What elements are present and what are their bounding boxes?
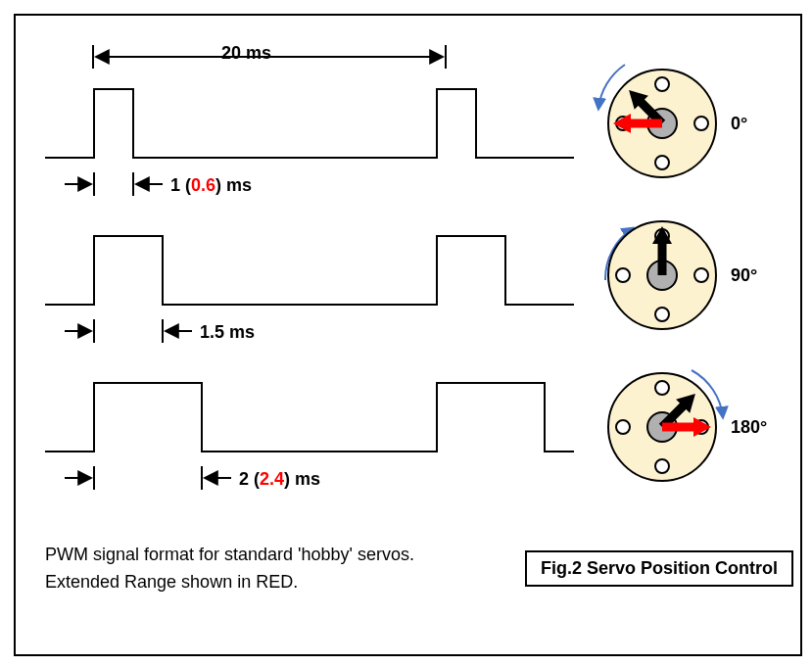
caption-line-2: Extended Range shown in RED. [45,572,298,593]
svg-point-35 [655,381,669,395]
waveform-1p5ms [45,226,574,314]
pulse-1p5ms-label: 1.5 ms [200,322,255,343]
svg-point-37 [616,420,630,434]
pulse-1p5ms-markers [45,319,300,349]
waveform-1ms [45,79,574,167]
svg-point-30 [694,268,708,282]
period-label: 20 ms [221,43,271,64]
servo-dial-0 [594,55,750,192]
svg-point-28 [655,308,669,321]
figure-title-box: Fig.2 Servo Position Control [525,550,793,587]
servo-dial-90 [594,207,750,344]
caption-line-1: PWM signal format for standard 'hobby' s… [45,545,414,565]
pulse-1ms-label: 1 (0.6) ms [170,175,252,196]
figure-title: Fig.2 Servo Position Control [541,558,778,578]
svg-point-36 [655,459,669,473]
angle-label-90: 90° [731,265,757,286]
waveform-2ms [45,373,574,461]
angle-label-0: 0° [731,114,747,134]
svg-point-17 [655,77,669,91]
svg-point-20 [694,117,708,130]
svg-point-18 [655,156,669,169]
pulse-2ms-label: 2 (2.4) ms [239,469,320,490]
svg-point-29 [616,268,630,282]
angle-label-180: 180° [731,417,767,438]
